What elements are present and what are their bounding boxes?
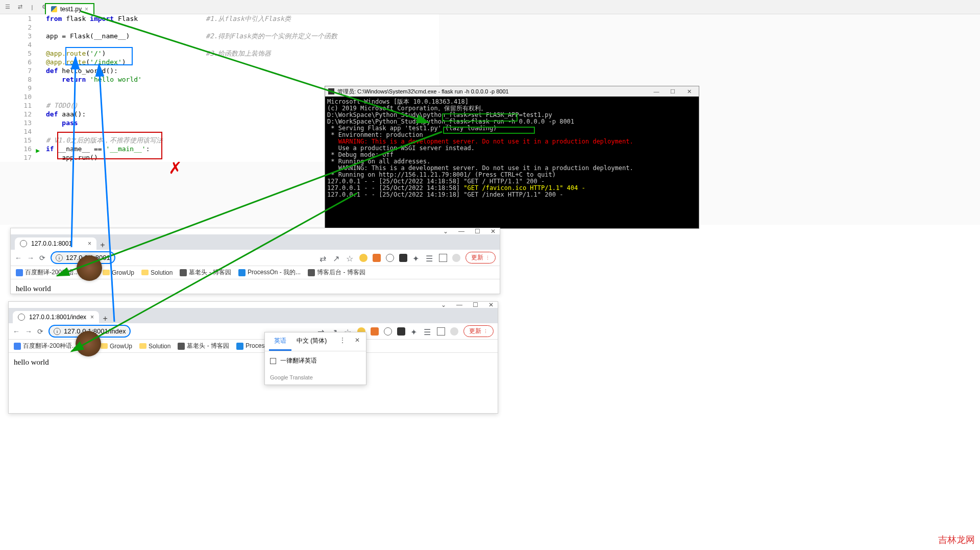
puzzle-icon[interactable]: ✦: [410, 327, 419, 336]
dropdown-icon[interactable]: ⌄: [441, 301, 446, 308]
folder-icon: [101, 343, 108, 349]
close-icon[interactable]: ×: [90, 314, 94, 321]
close-icon[interactable]: ×: [88, 240, 91, 247]
info-icon[interactable]: i: [56, 254, 63, 261]
close-icon[interactable]: ✕: [491, 228, 496, 235]
bookmark[interactable]: GrowUp: [103, 269, 134, 276]
translate-popup: 英语 中文 (简体) ⋮ ✕ 一律翻译英语 Google Translate: [264, 332, 366, 385]
share-icon[interactable]: ↗: [333, 254, 341, 262]
bookmark[interactable]: GrowUp: [101, 343, 132, 350]
info-icon[interactable]: i: [54, 328, 61, 335]
bookmark[interactable]: Solution: [141, 269, 173, 276]
ext-icon[interactable]: [386, 254, 394, 262]
new-tab-button[interactable]: +: [96, 241, 109, 250]
bookmark-label: Solution: [151, 269, 173, 276]
translate-tab-chinese[interactable]: 中文 (简体): [291, 332, 332, 351]
close-icon[interactable]: ✕: [488, 301, 494, 308]
bookmark-label: 墓老头 - 博客园: [187, 342, 229, 350]
bookmark-icon: [178, 343, 185, 350]
terminal-window: 管理员: C:\Windows\System32\cmd.exe - flask…: [325, 86, 699, 229]
ext-icon[interactable]: [397, 327, 405, 336]
bookmark-icon: [238, 269, 246, 276]
blur-annotation: [76, 331, 101, 356]
translate-always-label: 一律翻译英语: [280, 356, 317, 365]
bookmark[interactable]: 百度翻译-200种语...: [14, 342, 77, 350]
maximize-icon[interactable]: ☐: [473, 301, 478, 308]
maximize-icon[interactable]: ☐: [666, 88, 679, 95]
bookmark-icon: [14, 343, 21, 350]
translate-icon[interactable]: ⇄: [320, 254, 328, 262]
kebab-icon[interactable]: ⋮: [337, 332, 348, 351]
bookmark-label: 博客后台 - 博客园: [317, 268, 365, 277]
reload-button[interactable]: ⟳: [37, 327, 43, 336]
folder-icon: [139, 343, 146, 349]
close-icon[interactable]: ✕: [682, 88, 696, 95]
tool-icon[interactable]: ☰: [3, 3, 12, 12]
minimize-icon[interactable]: —: [650, 88, 663, 95]
update-button[interactable]: 更新 ⋮: [463, 325, 494, 337]
bookmark[interactable]: 博客后台 - 博客园: [308, 268, 365, 277]
browser-tab[interactable]: 127.0.0.1:8001/index×: [13, 311, 99, 323]
profile-icon[interactable]: [452, 254, 460, 262]
bookmark-label: 墓老头 - 博客园: [189, 268, 231, 277]
bookmark[interactable]: Solution: [139, 343, 170, 350]
panel-icon[interactable]: [439, 254, 447, 262]
terminal-titlebar[interactable]: 管理员: C:\Windows\System32\cmd.exe - flask…: [325, 86, 699, 97]
close-icon[interactable]: ×: [85, 6, 88, 13]
bookmark-icon: [180, 269, 187, 276]
new-tab-button[interactable]: +: [99, 314, 111, 323]
terminal-body[interactable]: Microsoft Windows [版本 10.0.18363.418](c)…: [325, 97, 699, 228]
bookmark-icon: [236, 343, 243, 350]
checkbox[interactable]: [270, 358, 276, 364]
forward-button[interactable]: →: [27, 254, 34, 262]
bookmark-icon: [308, 269, 315, 276]
reload-button[interactable]: ⟳: [39, 254, 45, 262]
python-icon: [51, 6, 57, 12]
bookmark[interactable]: 百度翻译-200种语...: [16, 268, 79, 277]
translate-footer: Google Translate: [265, 370, 366, 385]
update-button[interactable]: 更新 ⋮: [465, 252, 496, 264]
star-icon[interactable]: ☆: [346, 254, 354, 262]
minimize-icon[interactable]: —: [456, 301, 462, 308]
bookmark[interactable]: 墓老头 - 博客园: [178, 342, 229, 350]
tab-bar: test1.py ×: [45, 3, 94, 15]
translate-tab-english[interactable]: 英语: [269, 332, 291, 351]
ext-icon[interactable]: [371, 327, 379, 336]
minimize-icon[interactable]: —: [458, 228, 464, 235]
tab-label: test1.py: [60, 6, 82, 13]
ext-icon[interactable]: [373, 254, 381, 262]
globe-icon: [20, 240, 27, 247]
browser-tab[interactable]: 127.0.0.1:8001×: [15, 237, 96, 250]
list-icon[interactable]: ☰: [424, 327, 432, 336]
bookmark-label: Solution: [149, 343, 170, 350]
ext-icon[interactable]: [384, 327, 392, 336]
panel-icon[interactable]: [437, 327, 445, 336]
puzzle-icon[interactable]: ✦: [412, 254, 421, 262]
bookmark-label: ProcessOn - 我的...: [248, 268, 301, 277]
list-icon[interactable]: ☰: [426, 254, 434, 262]
tab-strip: 127.0.0.1:8001×+: [11, 234, 500, 250]
dropdown-icon[interactable]: ⌄: [443, 228, 448, 235]
close-icon[interactable]: ✕: [353, 332, 362, 351]
back-button[interactable]: ←: [13, 327, 20, 336]
tool-icon[interactable]: ⇄: [15, 3, 24, 12]
maximize-icon[interactable]: ☐: [475, 228, 480, 235]
folder-icon: [103, 270, 110, 275]
ext-icon[interactable]: [359, 254, 368, 262]
browser-window-2: ⌄—☐✕127.0.0.1:8001/index×+←→⟳i127.0.0.1:…: [8, 301, 498, 414]
tab-title: 127.0.0.1:8001: [31, 240, 72, 247]
terminal-title: 管理员: C:\Windows\System32\cmd.exe - flask…: [337, 88, 509, 95]
page-content: hello world: [11, 279, 500, 298]
forward-button[interactable]: →: [25, 327, 32, 336]
bookmark[interactable]: ProcessOn - 我的...: [238, 268, 301, 277]
back-button[interactable]: ←: [15, 254, 22, 262]
bookmark[interactable]: 墓老头 - 博客园: [180, 268, 231, 277]
tool-icon[interactable]: |: [28, 3, 37, 12]
file-tab[interactable]: test1.py ×: [45, 3, 94, 15]
profile-icon[interactable]: [450, 327, 458, 336]
watermark: 吉林龙网: [938, 534, 975, 546]
tab-strip: 127.0.0.1:8001/index×+: [9, 308, 498, 323]
ext-icon[interactable]: [399, 254, 407, 262]
bookmark-label: GrowUp: [112, 269, 134, 276]
globe-icon: [18, 314, 25, 321]
